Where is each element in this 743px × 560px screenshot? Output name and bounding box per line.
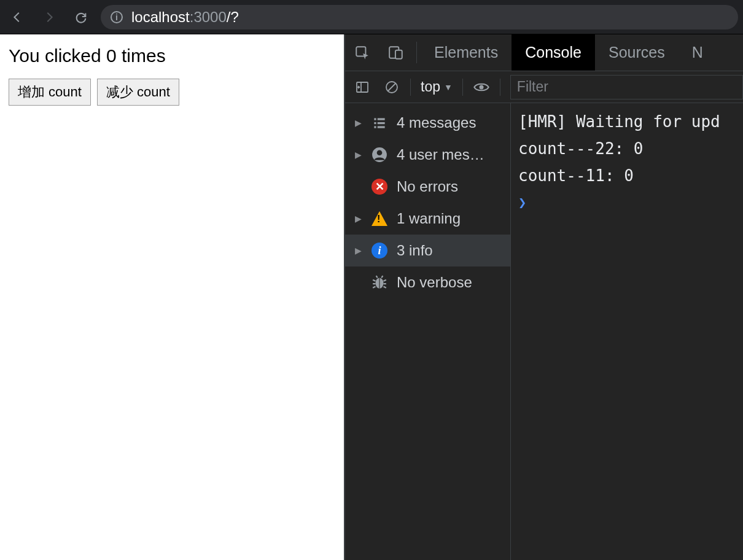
rendered-page: You clicked 0 times 增加 count 减少 count	[0, 34, 344, 560]
console-line: [HMR] Waiting for upd	[518, 108, 736, 135]
site-info-icon[interactable]: i	[111, 11, 123, 23]
chevron-down-icon: ▼	[444, 82, 453, 92]
svg-rect-10	[374, 122, 376, 124]
user-icon	[371, 146, 388, 163]
warning-icon	[371, 210, 388, 227]
url-host: localhost	[131, 9, 190, 25]
address-bar[interactable]: i localhost:3000/?	[101, 5, 738, 29]
sidebar-label: 4 messages	[397, 114, 510, 131]
click-heading: You clicked 0 times	[9, 45, 335, 66]
console-line: count--11: 0	[518, 162, 736, 189]
list-icon	[371, 114, 388, 131]
svg-rect-8	[374, 118, 376, 120]
toolbar-separator	[410, 79, 411, 96]
reload-button[interactable]	[69, 5, 93, 29]
svg-rect-13	[378, 126, 385, 128]
url-port: :3000	[190, 9, 227, 25]
sidebar-label: 1 warning	[397, 210, 510, 227]
sidebar-item-messages[interactable]: ▶ 4 messages	[345, 107, 510, 139]
device-toggle-icon[interactable]	[379, 34, 413, 71]
sidebar-label: No errors	[397, 178, 510, 195]
sidebar-label: 4 user mes…	[397, 146, 510, 163]
filter-input[interactable]	[511, 79, 742, 95]
expand-arrow-icon: ▶	[354, 246, 362, 255]
toolbar-separator	[500, 79, 500, 96]
browser-toolbar: i localhost:3000/?	[0, 0, 743, 34]
tab-elements[interactable]: Elements	[421, 34, 512, 71]
svg-point-7	[479, 85, 483, 89]
sidebar-label: No verbose	[397, 274, 510, 291]
svg-rect-9	[378, 118, 385, 120]
svg-line-6	[388, 84, 395, 91]
info-icon: i	[371, 242, 388, 259]
expand-arrow-icon: ▶	[354, 214, 362, 224]
console-body: ▶ 4 messages ▶ 4 user mes… ▶ ✕ N	[345, 103, 743, 560]
tab-sources[interactable]: Sources	[595, 34, 679, 71]
bug-icon	[371, 274, 388, 291]
console-prompt-icon[interactable]: ❯	[518, 195, 736, 210]
sidebar-item-user-messages[interactable]: ▶ 4 user mes…	[345, 139, 510, 171]
decrease-count-button[interactable]: 减少 count	[97, 79, 179, 106]
expand-arrow-icon: ▶	[354, 150, 362, 160]
sidebar-label: 3 info	[397, 242, 510, 259]
increase-count-button[interactable]: 增加 count	[9, 79, 91, 106]
url-path: /?	[227, 9, 239, 25]
button-row: 增加 count 减少 count	[9, 79, 335, 106]
expand-arrow-icon: ▶	[354, 118, 362, 128]
sidebar-item-warnings[interactable]: ▶ 1 warning	[345, 203, 510, 235]
svg-rect-12	[374, 126, 376, 128]
svg-point-15	[377, 150, 383, 155]
tab-console[interactable]: Console	[512, 34, 595, 71]
tab-separator	[416, 42, 417, 63]
context-label: top	[421, 79, 440, 95]
sidebar-item-info[interactable]: ▶ i 3 info	[345, 235, 510, 266]
context-selector[interactable]: top ▼	[416, 79, 457, 95]
inspect-element-icon[interactable]	[345, 34, 379, 71]
toggle-sidebar-icon[interactable]	[349, 74, 376, 101]
sidebar-item-verbose[interactable]: ▶ No verbose	[345, 266, 510, 298]
console-output[interactable]: [HMR] Waiting for upd count---22: 0 coun…	[511, 103, 743, 560]
toolbar-separator	[462, 79, 463, 96]
console-line: count---22: 0	[518, 135, 736, 162]
clear-console-icon[interactable]	[378, 74, 405, 101]
devtools-panel: Elements Console Sources N top ▼	[344, 34, 743, 560]
filter-input-wrapper	[510, 75, 743, 99]
tab-more[interactable]: N	[679, 34, 717, 71]
sidebar-item-errors[interactable]: ▶ ✕ No errors	[345, 171, 510, 203]
devtools-tabstrip: Elements Console Sources N	[345, 34, 743, 71]
error-icon: ✕	[371, 178, 388, 195]
console-sidebar: ▶ 4 messages ▶ 4 user mes… ▶ ✕ N	[345, 103, 511, 560]
url-text: localhost:3000/?	[131, 9, 239, 26]
back-button[interactable]	[5, 5, 29, 29]
svg-rect-11	[378, 122, 385, 124]
console-toolbar: top ▼	[345, 71, 743, 103]
live-expression-icon[interactable]	[468, 74, 495, 101]
main-split: You clicked 0 times 增加 count 减少 count El…	[0, 34, 743, 560]
svg-rect-2	[395, 50, 402, 58]
forward-button[interactable]	[37, 5, 61, 29]
